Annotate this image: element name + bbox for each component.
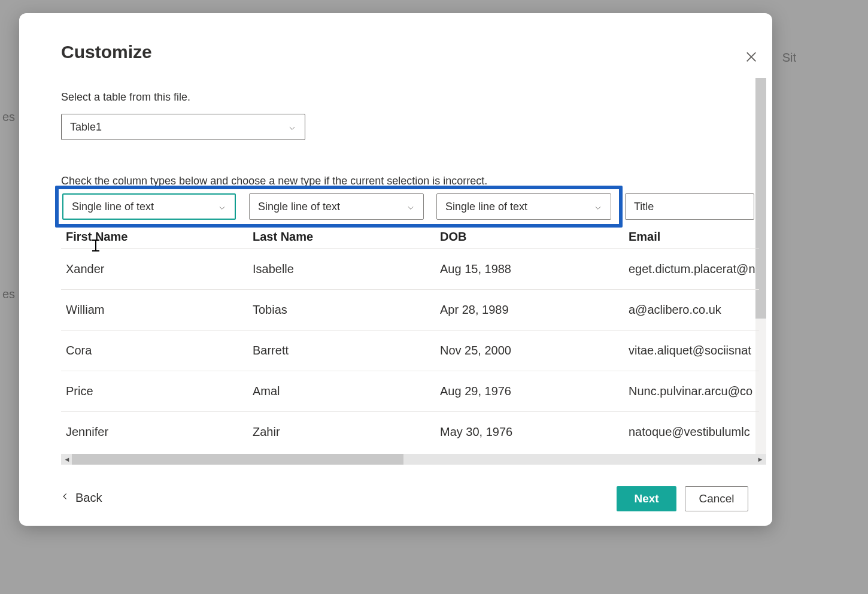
- check-columns-label: Check the column types below and choose …: [61, 175, 487, 187]
- column-type-select-3[interactable]: Single line of text: [436, 193, 611, 220]
- cell-dob: May 30, 1976: [440, 425, 620, 439]
- table-row: Price Amal Aug 29, 1976 Nunc.pulvinar.ar…: [61, 371, 759, 412]
- cell-dob: Nov 25, 2000: [440, 344, 620, 357]
- column-type-select-4[interactable]: Title: [625, 193, 754, 220]
- table-body: Xander Isabelle Aug 15, 1988 eget.dictum…: [61, 249, 759, 453]
- cancel-button-label: Cancel: [699, 492, 734, 505]
- close-button[interactable]: [745, 50, 763, 68]
- column-type-value: Single line of text: [72, 201, 154, 213]
- chevron-down-icon: [218, 202, 226, 211]
- column-type-value: Single line of text: [445, 201, 527, 213]
- column-type-value: Title: [634, 201, 654, 213]
- cell-first-name: Xander: [66, 262, 245, 276]
- dialog-footer: Back Next Cancel: [19, 473, 772, 525]
- cell-dob: Aug 29, 1976: [440, 384, 620, 398]
- next-button[interactable]: Next: [617, 486, 676, 511]
- column-header-last-name: Last Name: [253, 230, 313, 244]
- cell-last-name: Tobias: [253, 303, 432, 317]
- select-table-label: Select a table from this file.: [61, 91, 190, 104]
- chevron-left-icon: [61, 490, 69, 506]
- table-row: William Tobias Apr 28, 1989 a@aclibero.c…: [61, 290, 759, 331]
- horizontal-scrollbar[interactable]: ◄ ►: [61, 454, 766, 465]
- column-header-email: Email: [629, 230, 660, 244]
- table-row: Xander Isabelle Aug 15, 1988 eget.dictum…: [61, 249, 759, 290]
- chevron-down-icon: [594, 202, 602, 211]
- cell-email: a@aclibero.co.uk: [629, 303, 755, 317]
- cell-dob: Apr 28, 1989: [440, 303, 620, 317]
- cell-email: eget.dictum.placerat@n: [629, 262, 755, 276]
- cell-first-name: Cora: [66, 344, 245, 357]
- column-type-select-1[interactable]: Single line of text: [62, 193, 236, 220]
- column-type-value: Single line of text: [258, 201, 340, 213]
- column-type-select-2[interactable]: Single line of text: [249, 193, 424, 220]
- cell-first-name: Price: [66, 384, 245, 398]
- scroll-right-icon[interactable]: ►: [755, 454, 765, 464]
- cell-dob: Aug 15, 1988: [440, 262, 620, 276]
- column-header-dob: DOB: [440, 230, 466, 244]
- chevron-down-icon: [406, 202, 415, 211]
- column-header-first-name: First Name: [66, 230, 128, 244]
- cancel-button[interactable]: Cancel: [685, 486, 748, 511]
- close-icon: [745, 55, 758, 65]
- scroll-left-icon[interactable]: ◄: [62, 454, 72, 464]
- back-button[interactable]: Back: [61, 490, 102, 506]
- dialog-content: Select a table from this file. Table1 Ch…: [19, 78, 772, 526]
- next-button-label: Next: [634, 492, 658, 505]
- dialog-title: Customize: [61, 42, 152, 62]
- table-select-value: Table1: [70, 121, 102, 134]
- back-button-label: Back: [75, 491, 102, 505]
- cell-last-name: Barrett: [253, 344, 432, 357]
- cell-first-name: Jennifer: [66, 425, 245, 439]
- cell-last-name: Zahir: [253, 425, 432, 439]
- horizontal-scrollbar-thumb[interactable]: [72, 454, 403, 465]
- chevron-down-icon: [288, 123, 296, 131]
- table-row: Jennifer Zahir May 30, 1976 natoque@vest…: [61, 412, 759, 453]
- cell-email: Nunc.pulvinar.arcu@co: [629, 384, 755, 398]
- cell-last-name: Amal: [253, 384, 432, 398]
- table-header-row: First Name Last Name DOB Email: [61, 226, 759, 249]
- cell-first-name: William: [66, 303, 245, 317]
- table-select[interactable]: Table1: [61, 114, 305, 140]
- cell-last-name: Isabelle: [253, 262, 432, 276]
- cell-email: natoque@vestibulumlc: [629, 425, 755, 439]
- table-row: Cora Barrett Nov 25, 2000 vitae.aliquet@…: [61, 331, 759, 371]
- cell-email: vitae.aliquet@sociisnat: [629, 344, 755, 357]
- customize-dialog: Customize Select a table from this file.…: [19, 13, 772, 526]
